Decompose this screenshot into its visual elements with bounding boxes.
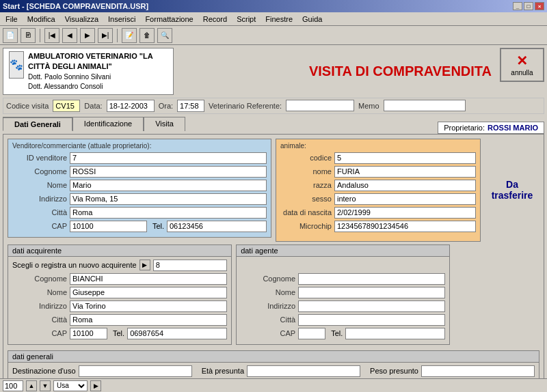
eta-input[interactable] — [247, 365, 360, 377]
codice-visita-input[interactable] — [53, 100, 80, 112]
venditore-citta-label: Città — [12, 208, 67, 216]
animale-nome-input[interactable] — [334, 166, 476, 178]
acquirente-body: Scegli o registra un nuovo acquirente ▶ … — [8, 257, 231, 344]
acquirente-tel-label: Tel. — [113, 329, 124, 337]
memo-input[interactable] — [384, 100, 466, 111]
agente-cap-input[interactable] — [298, 328, 325, 339]
animale-nascita-input[interactable] — [334, 207, 476, 219]
animale-sesso-input[interactable] — [334, 193, 476, 205]
proprietario-bar: Proprietario: ROSSI MARIO — [438, 122, 544, 134]
main-two-col: Venditore/commerciante (attuale propriet… — [8, 139, 539, 242]
menu-inserisci[interactable]: Inserisci — [104, 14, 139, 25]
header-area: 🐾 AMBULATORIO VETERINARIO "LA CITTÀ DEGL… — [3, 48, 544, 95]
ora-input[interactable] — [177, 100, 204, 112]
annulla-button[interactable]: ✕ annulla — [500, 48, 544, 82]
acquirente-indirizzo-input[interactable] — [70, 300, 227, 312]
form-header-row: Codice visita Data: Ora: Veterinario Ref… — [3, 98, 544, 114]
menu-visualizza[interactable]: Visualizza — [61, 14, 103, 25]
peso-input[interactable] — [421, 365, 535, 377]
status-nav-btn[interactable]: ▲ — [26, 380, 37, 391]
menu-file[interactable]: File — [1, 14, 22, 25]
menu-record[interactable]: Record — [199, 14, 231, 25]
tab-dati-generali[interactable]: Dati Generali — [3, 117, 72, 131]
visita-title-text: VISITA DI COMPRAVENDITA — [309, 64, 492, 79]
acquirente-citta-row: Città — [12, 314, 227, 326]
animale-razza-label: razza — [280, 181, 332, 189]
venditore-nome-input[interactable] — [70, 180, 267, 191]
agente-tel-input[interactable] — [345, 328, 445, 339]
toolbar-nav-prev[interactable]: ◀ — [62, 28, 77, 43]
title-text: Start - [SCHEDA COMPRAVENDITA.USR] — [3, 2, 148, 10]
agente-cognome-label: Cognome — [241, 275, 295, 283]
animale-razza-input[interactable] — [334, 180, 476, 191]
acquirente-section: dati acquirente Scegli o registra un nuo… — [8, 244, 232, 345]
venditore-id-row: ID venditore — [12, 152, 267, 164]
data-input[interactable] — [107, 100, 155, 112]
menu-finestre[interactable]: Finestre — [261, 14, 297, 25]
zoom-input[interactable] — [3, 380, 23, 391]
acquirente-navigate-btn[interactable]: ▶ — [139, 260, 150, 270]
menu-formattazione[interactable]: Formattazione — [141, 14, 197, 25]
animale-microchip-input[interactable] — [334, 221, 476, 232]
acquirente-nome-input[interactable] — [70, 287, 227, 298]
destinazione-input[interactable] — [79, 365, 192, 377]
animale-microchip-row: Microchip — [280, 221, 476, 232]
acquirente-citta-input[interactable] — [70, 314, 227, 326]
venditore-id-input[interactable] — [70, 152, 267, 164]
dati-generali-header: dati generali — [8, 351, 539, 363]
acquirente-cognome-input[interactable] — [70, 273, 227, 285]
menu-script[interactable]: Script — [232, 14, 260, 25]
minimize-button[interactable]: _ — [513, 2, 522, 10]
title-bar-buttons: _ □ × — [513, 2, 544, 10]
tab-identificazione[interactable]: Identificazione — [72, 117, 144, 131]
animale-codice-row: codice — [280, 152, 476, 164]
ora-label: Ora: — [159, 102, 173, 110]
venditore-cap-input[interactable] — [70, 221, 147, 232]
toolbar-nav-first[interactable]: |◀ — [44, 28, 59, 43]
agente-indirizzo-row: Indirizzo — [241, 300, 445, 312]
venditore-nome-label: Nome — [12, 181, 67, 189]
acquirente-navigate-row: Scegli o registra un nuovo acquirente ▶ — [12, 260, 227, 271]
animale-codice-input[interactable] — [334, 152, 476, 164]
venditore-tel-input[interactable] — [167, 221, 267, 232]
agente-citta-input[interactable] — [298, 314, 445, 326]
data-label: Data: — [84, 102, 102, 110]
venditore-label: Venditore/commerciante (attuale propriet… — [12, 142, 267, 150]
menu-guida[interactable]: Guida — [298, 14, 326, 25]
location-select[interactable]: Usa — [53, 380, 88, 391]
vet-ref-input[interactable] — [286, 100, 354, 111]
tabs-row: Dati Generali Identificazione Visita Pro… — [3, 117, 544, 134]
venditore-indirizzo-input[interactable] — [70, 193, 267, 205]
toolbar-btn-new[interactable]: 📝 — [122, 28, 137, 43]
status-nav-btn3[interactable]: ▶ — [90, 380, 101, 391]
acquirente-tel-input[interactable] — [127, 328, 227, 339]
animale-microchip-label: Microchip — [280, 222, 332, 230]
maximize-button[interactable]: □ — [524, 2, 533, 10]
tab-visita[interactable]: Visita — [144, 117, 185, 131]
animale-codice-label: codice — [280, 154, 332, 162]
close-button[interactable]: × — [535, 2, 544, 10]
toolbar-btn-1[interactable]: 📄 — [3, 28, 18, 43]
animale-nome-label: nome — [280, 167, 332, 176]
animale-section: animale: codice nome razza sesso — [276, 139, 481, 242]
agente-indirizzo-input[interactable] — [298, 300, 445, 312]
venditore-citta-input[interactable] — [70, 207, 267, 219]
agente-cap-label: CAP — [241, 329, 295, 337]
visita-title-area: VISITA DI COMPRAVENDITA — [176, 48, 497, 95]
venditore-cognome-input[interactable] — [70, 166, 267, 178]
status-nav-btn2[interactable]: ▼ — [40, 380, 51, 391]
agente-spacer — [241, 260, 445, 273]
toolbar-nav-last[interactable]: ▶| — [98, 28, 113, 43]
toolbar-btn-2[interactable]: 🖹 — [21, 28, 36, 43]
agente-nome-input[interactable] — [298, 287, 445, 298]
acquirente-cap-input[interactable] — [70, 328, 107, 339]
agente-indirizzo-label: Indirizzo — [241, 302, 295, 310]
menu-modifica[interactable]: Modifica — [23, 14, 59, 25]
toolbar-nav-next[interactable]: ▶ — [80, 28, 95, 43]
venditore-section: Venditore/commerciante (attuale propriet… — [8, 139, 271, 238]
toolbar-btn-delete[interactable]: 🗑 — [139, 28, 155, 43]
agente-cognome-input[interactable] — [298, 273, 445, 285]
toolbar-btn-find[interactable]: 🔍 — [157, 28, 172, 43]
memo-label: Memo — [358, 102, 379, 110]
acquirente-nav-input[interactable] — [153, 260, 228, 271]
